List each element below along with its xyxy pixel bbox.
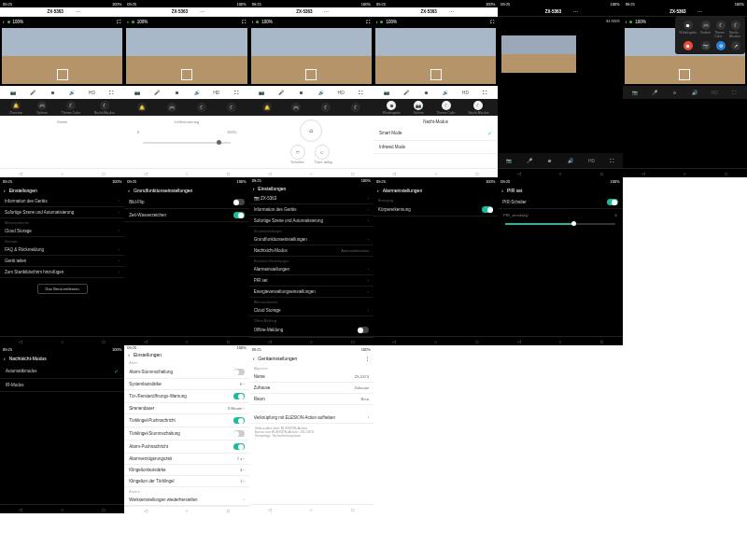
fullscreen-icon[interactable]: ⛶ bbox=[108, 89, 116, 96]
toggle-doorbell-push[interactable] bbox=[233, 417, 245, 424]
empty-cell bbox=[623, 177, 747, 345]
toggle-watermark[interactable] bbox=[233, 212, 245, 218]
live-video[interactable] bbox=[251, 28, 372, 84]
row-power-mgmt[interactable]: Energieverwaltungseinstellungen› bbox=[249, 287, 374, 298]
row-alarm-mute[interactable]: Alarm-Stummschaltung bbox=[124, 366, 248, 379]
mic-icon[interactable]: 🎤 bbox=[527, 158, 532, 163]
live-video[interactable] bbox=[501, 35, 576, 73]
chip-direction[interactable]: 🔔Direction bbox=[10, 101, 23, 115]
row-cloud-storage[interactable]: Cloud Storage› bbox=[249, 305, 374, 316]
toggle-flip[interactable] bbox=[233, 199, 245, 205]
hd-icon[interactable]: HD bbox=[588, 158, 595, 163]
row-cloud-storage[interactable]: Cloud Storage› bbox=[0, 226, 124, 237]
row-ring-volume[interactable]: Klingeltonlautstärke3 › bbox=[124, 465, 248, 476]
row-unlink-action[interactable]: Verknüpfung mit ELESION-Action aufheben› bbox=[249, 413, 374, 424]
record-icon[interactable]: ⏺ bbox=[547, 158, 552, 163]
row-watermark[interactable]: Zeit-Wasserzeichen bbox=[124, 209, 248, 222]
row-basic-func[interactable]: Grundfunktionseinstellungen› bbox=[249, 234, 374, 245]
row-alarm-settings[interactable]: Alarmeinstellungen› bbox=[249, 264, 374, 275]
live-video[interactable] bbox=[126, 28, 247, 84]
more-icon[interactable]: ⋮ bbox=[365, 356, 370, 361]
row-scene-auto[interactable]: Sofortige Szene und Automatisierung› bbox=[249, 216, 374, 227]
row-alarm-push[interactable]: Alarm-Pushnachricht bbox=[124, 441, 248, 454]
timedelay-button[interactable]: ⏱ bbox=[315, 145, 330, 160]
power-button[interactable]: ⏻ bbox=[300, 119, 322, 142]
chip-playback[interactable]: ⏺Wiedergabe bbox=[679, 21, 697, 38]
row-nightvision[interactable]: Nachtsicht-ModusAutomatikmodus bbox=[249, 245, 374, 257]
more-icon[interactable]: ⋯ bbox=[76, 9, 80, 14]
chip-gallery[interactable]: 🎮Galerie bbox=[699, 21, 712, 38]
row-scene-auto[interactable]: Sofortige Szene und Automatisierung› bbox=[0, 207, 124, 218]
row-doorbell-mute[interactable]: Türklingel-Stummschaltung bbox=[124, 427, 248, 441]
toggle-body-detect[interactable] bbox=[482, 206, 493, 213]
sheet-title: Nacht-Modus bbox=[374, 118, 498, 126]
row-doorbell-push[interactable]: Türklingel-Pushnachricht bbox=[124, 414, 248, 427]
row-pir-switch[interactable]: PIR-Schalter bbox=[498, 196, 622, 209]
row-offline-msg[interactable]: Offline-Meldung bbox=[249, 324, 374, 337]
toggle-alarm-push[interactable] bbox=[233, 443, 245, 450]
nav-back-icon[interactable]: ◁ bbox=[17, 171, 24, 176]
row-ringtone[interactable]: Klingelton der Türklingel1 › bbox=[124, 476, 248, 487]
remove-device-button[interactable]: Das Gerät entfernen bbox=[37, 284, 88, 294]
chip-night[interactable]: ☾Nacht-Mo-dus bbox=[94, 101, 115, 115]
snapshot-icon[interactable]: 📷 bbox=[506, 158, 512, 163]
expand-icon[interactable]: ⛶ bbox=[117, 20, 121, 24]
row-infrared-mode[interactable]: Infrared Mode bbox=[374, 141, 498, 154]
chip-snapshot[interactable]: 📷 bbox=[699, 41, 712, 50]
toggle-offline[interactable] bbox=[358, 327, 369, 333]
sound-icon[interactable]: 🔊 bbox=[68, 89, 76, 96]
nav-recent-icon[interactable]: □ bbox=[100, 171, 107, 176]
row-device-info[interactable]: Information des Geräts› bbox=[0, 196, 124, 207]
row-system-volume[interactable]: Systemlautstärke6 › bbox=[124, 379, 248, 390]
power-panel: ⏻ 🛡Schalter ⏱Time delay bbox=[249, 116, 374, 168]
theme-icon: ☾ bbox=[66, 101, 76, 110]
row-bild-flip[interactable]: Bild-Flip bbox=[124, 196, 248, 209]
switch-button[interactable]: 🛡 bbox=[290, 145, 305, 160]
row-body-detect[interactable]: Körpererkennung bbox=[374, 203, 498, 217]
page-title: PIR set bbox=[507, 188, 522, 193]
row-faq[interactable]: FAQ & Rückmeldung› bbox=[0, 245, 124, 256]
live-video[interactable] bbox=[2, 28, 122, 84]
chip-theme[interactable]: ☾Theme Color bbox=[714, 21, 726, 38]
row-device-info[interactable]: Information des Geräts› bbox=[249, 204, 374, 216]
toggle-doorbell-mute[interactable] bbox=[233, 430, 245, 437]
record-icon[interactable]: ⏺ bbox=[49, 89, 56, 96]
snapshot-icon[interactable]: 📷 bbox=[9, 89, 17, 96]
mic-icon[interactable]: 🎤 bbox=[29, 89, 36, 96]
nav-home-icon[interactable]: ○ bbox=[59, 171, 66, 176]
row-factory-reset[interactable]: Werkseinstellungen wiederherstellen› bbox=[124, 495, 248, 506]
row-ir-mode[interactable]: IR-Modus bbox=[0, 379, 124, 392]
brightness-slider[interactable] bbox=[143, 142, 230, 144]
toggle-pir[interactable] bbox=[607, 199, 618, 205]
pir-sensitivity-slider[interactable] bbox=[505, 223, 614, 225]
row-share[interactable]: Gerät teilen› bbox=[0, 256, 124, 267]
row-auto-mode[interactable]: Automatikmodus✓ bbox=[0, 364, 124, 379]
live-video[interactable] bbox=[375, 28, 496, 84]
back-icon[interactable]: ‹ bbox=[3, 20, 5, 24]
hd-icon[interactable]: HD bbox=[88, 89, 95, 96]
row-pir-set[interactable]: PIR set› bbox=[249, 275, 374, 287]
chip-game[interactable]: 🎮Galerie bbox=[36, 101, 47, 115]
row-device-header[interactable]: 📷 ZX-5363› bbox=[249, 193, 374, 204]
sound-icon[interactable]: 🔊 bbox=[568, 158, 573, 163]
row-home[interactable]: ZuhauseZuhause bbox=[249, 383, 374, 394]
tab-device[interactable]: ZX-5363 bbox=[45, 8, 66, 15]
chip-share[interactable]: ↗ bbox=[729, 41, 741, 50]
row-smart-mode[interactable]: Smart Mode✓ bbox=[374, 126, 498, 141]
row-siren-duration[interactable]: Sirenendauer3 Minute › bbox=[124, 403, 248, 414]
fullscreen-icon[interactable]: ⛶ bbox=[610, 158, 614, 163]
toggle-alarm-mute[interactable] bbox=[233, 369, 245, 375]
row-name[interactable]: NameZX-5374 bbox=[249, 371, 374, 383]
chip-settings[interactable]: ⚙ bbox=[714, 41, 726, 50]
chip-night[interactable]: ☾Nacht-Mo-dus bbox=[729, 21, 741, 38]
android-navbar: ◁○□ bbox=[0, 168, 124, 177]
toggle-door-warning[interactable] bbox=[233, 393, 245, 399]
row-door-warning[interactable]: Tür-/Fensteröffnungs-Warnung bbox=[124, 390, 248, 403]
chip-record[interactable]: ⏺ bbox=[679, 41, 697, 50]
back-icon[interactable]: ‹ bbox=[4, 188, 6, 193]
chip-theme[interactable]: ☾Theme Color bbox=[62, 101, 80, 115]
row-homescreen[interactable]: Zum Startbildschirm hinzufügen› bbox=[0, 267, 124, 278]
screen-live-scene: 09:25100% ZX-5363⋯ ‹100%⛶ 📷 🎤 ⏺ 🔊 HD ⛶ 🔔… bbox=[0, 0, 124, 177]
row-alarm-delay[interactable]: Alarmverzögerungszeit7 s › bbox=[124, 454, 248, 465]
row-room[interactable]: RaumBüro bbox=[249, 394, 374, 405]
